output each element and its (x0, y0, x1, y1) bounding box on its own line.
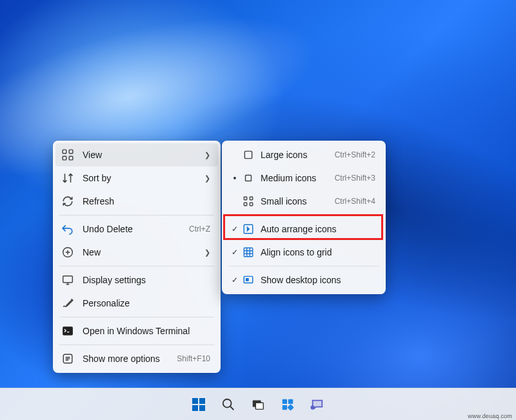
sort-icon (62, 172, 74, 184)
submenu-show-desktop-icons[interactable]: ✓ Show desktop icons (224, 268, 383, 292)
view-submenu: Large icons Ctrl+Shift+2 • Medium icons … (222, 141, 386, 294)
check-icon: ✓ (230, 248, 240, 257)
display-icon (62, 274, 74, 286)
small-icons-icon (243, 195, 254, 207)
submenu-medium-shortcut: Ctrl+Shift+3 (335, 174, 375, 183)
chat-button[interactable] (304, 392, 330, 417)
radio-selected: • (230, 174, 240, 183)
submenu-large-shortcut: Ctrl+Shift+2 (335, 150, 375, 159)
watermark: www.deuaq.com (468, 413, 512, 419)
paint-icon (62, 297, 74, 309)
grid-icon (62, 149, 74, 161)
svg-rect-1 (69, 150, 73, 154)
large-icons-icon (243, 149, 254, 161)
submenu-large-label: Large icons (261, 150, 335, 160)
svg-rect-24 (255, 403, 263, 409)
svg-rect-28 (287, 404, 293, 410)
menu-separator (228, 215, 379, 215)
more-options-icon (62, 353, 74, 365)
svg-rect-10 (244, 197, 247, 200)
desktop-context-menu: View ❯ Sort by ❯ Refresh Undo Delete Ctr… (53, 141, 221, 373)
svg-rect-3 (69, 156, 73, 160)
menu-view[interactable]: View ❯ (55, 143, 218, 166)
svg-rect-21 (199, 405, 205, 411)
check-icon: ✓ (230, 225, 240, 234)
submenu-medium-icons[interactable]: • Medium icons Ctrl+Shift+3 (224, 166, 383, 190)
menu-refresh[interactable]: Refresh (55, 190, 218, 213)
start-button[interactable] (186, 392, 212, 417)
menu-new-label: New (83, 247, 201, 257)
menu-more-label: Show more options (83, 354, 170, 364)
menu-personalize-label: Personalize (83, 298, 210, 308)
svg-point-22 (223, 399, 232, 407)
menu-refresh-label: Refresh (83, 196, 210, 206)
menu-separator (228, 266, 379, 266)
svg-rect-9 (246, 175, 252, 181)
menu-separator (59, 345, 214, 345)
submenu-show-icons-label: Show desktop icons (261, 275, 375, 285)
menu-separator (59, 317, 214, 317)
submenu-medium-label: Medium icons (261, 173, 335, 183)
medium-icons-icon (243, 172, 254, 184)
menu-separator (59, 266, 214, 266)
task-view-button[interactable] (245, 392, 271, 417)
submenu-align-label: Align icons to grid (261, 247, 375, 257)
menu-display-settings[interactable]: Display settings (55, 268, 218, 292)
svg-rect-6 (63, 326, 73, 335)
widgets-button[interactable] (275, 392, 301, 417)
menu-terminal-label: Open in Windows Terminal (83, 326, 210, 336)
check-icon: ✓ (230, 275, 240, 285)
svg-rect-8 (244, 151, 252, 158)
menu-open-terminal[interactable]: Open in Windows Terminal (55, 319, 218, 343)
chevron-right-icon: ❯ (201, 174, 210, 183)
menu-new[interactable]: New ❯ (55, 241, 218, 264)
svg-rect-0 (63, 150, 66, 154)
submenu-auto-arrange-label: Auto arrange icons (261, 224, 375, 234)
svg-rect-17 (246, 279, 248, 281)
chevron-right-icon: ❯ (201, 248, 210, 257)
svg-rect-25 (283, 399, 287, 403)
submenu-small-shortcut: Ctrl+Shift+4 (335, 197, 375, 206)
menu-show-more-options[interactable]: Show more options Shift+F10 (55, 347, 218, 370)
refresh-icon (62, 195, 74, 207)
menu-view-label: View (83, 150, 201, 160)
menu-separator (59, 215, 214, 215)
menu-sort-label: Sort by (83, 173, 201, 183)
svg-rect-18 (192, 398, 198, 404)
svg-rect-11 (250, 197, 253, 200)
menu-sort-by[interactable]: Sort by ❯ (55, 166, 218, 190)
submenu-auto-arrange[interactable]: ✓ Auto arrange icons (224, 217, 383, 241)
svg-rect-15 (244, 248, 253, 257)
undo-icon (62, 223, 74, 235)
menu-undo-delete[interactable]: Undo Delete Ctrl+Z (55, 217, 218, 241)
menu-undo-label: Undo Delete (83, 224, 183, 234)
svg-rect-5 (63, 276, 73, 283)
plus-circle-icon (62, 246, 74, 258)
terminal-icon (62, 325, 74, 337)
taskbar (0, 388, 516, 420)
desktop-wallpaper[interactable]: View ❯ Sort by ❯ Refresh Undo Delete Ctr… (0, 0, 516, 420)
svg-rect-2 (63, 156, 66, 160)
menu-personalize[interactable]: Personalize (55, 292, 218, 315)
submenu-small-label: Small icons (261, 196, 335, 206)
svg-rect-12 (244, 203, 247, 206)
menu-more-shortcut: Shift+F10 (177, 354, 210, 363)
menu-display-label: Display settings (83, 275, 210, 285)
submenu-align-to-grid[interactable]: ✓ Align icons to grid (224, 241, 383, 264)
menu-undo-shortcut: Ctrl+Z (189, 225, 210, 234)
auto-arrange-icon (243, 223, 254, 235)
submenu-large-icons[interactable]: Large icons Ctrl+Shift+2 (224, 143, 383, 166)
svg-rect-20 (192, 405, 198, 411)
submenu-small-icons[interactable]: Small icons Ctrl+Shift+4 (224, 190, 383, 213)
svg-rect-19 (199, 398, 205, 404)
svg-rect-26 (288, 399, 293, 403)
align-grid-icon (243, 246, 254, 258)
search-button[interactable] (215, 392, 241, 417)
svg-rect-13 (250, 203, 253, 206)
chevron-right-icon: ❯ (201, 151, 210, 159)
svg-rect-27 (283, 405, 287, 409)
desktop-icons-icon (243, 274, 254, 286)
svg-point-29 (311, 406, 314, 409)
